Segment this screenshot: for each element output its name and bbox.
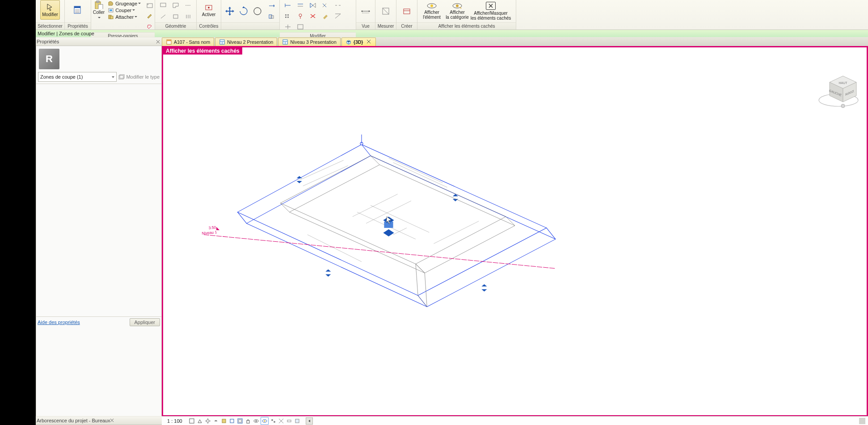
tab-close-icon[interactable] — [367, 39, 372, 45]
transform-icon-1[interactable] — [265, 1, 277, 11]
lock-3d-icon[interactable] — [244, 417, 252, 425]
properties-body: R Zones de coupe (1) Modifier le type Ai… — [36, 46, 162, 416]
group-label-measure: Mesurer — [375, 22, 396, 29]
type-selector[interactable]: Zones de coupe (1) — [38, 72, 117, 82]
svg-rect-36 — [285, 14, 287, 16]
project-browser-close-icon[interactable] — [110, 418, 114, 423]
offset-tool[interactable] — [295, 0, 306, 10]
show-category-button[interactable]: Afficher la catégorie — [444, 1, 470, 21]
ribbon-group-props: Propriétés — [65, 0, 91, 29]
properties-help-link[interactable]: Aide des propriétés — [38, 320, 130, 325]
properties-close-icon[interactable] — [155, 39, 161, 45]
scrollbar-track[interactable] — [859, 418, 865, 424]
activate-button[interactable]: Activer — [199, 0, 219, 20]
mod-icon-11[interactable] — [282, 22, 294, 32]
crop-view-icon[interactable] — [228, 417, 236, 425]
join-button[interactable]: Attacher — [105, 13, 143, 20]
graphic-display-icon[interactable] — [188, 417, 195, 425]
worksharing-icon[interactable] — [270, 417, 277, 425]
geom-icon-6[interactable] — [182, 12, 194, 21]
svg-marker-92 — [290, 165, 515, 273]
edit-type-button[interactable]: Modifier le type — [118, 72, 160, 82]
show-element-button[interactable]: Afficher l'élément — [419, 1, 444, 21]
align-tool[interactable] — [282, 0, 294, 10]
svg-marker-84 — [297, 181, 302, 183]
show-crop-icon[interactable] — [236, 417, 244, 425]
viewcube-top-label: HAUT — [839, 81, 847, 84]
modify-label: Modifier — [42, 11, 58, 17]
mod-icon-9[interactable] — [320, 11, 331, 21]
create-button[interactable] — [400, 4, 413, 18]
mod-icon-12[interactable] — [295, 22, 306, 32]
viewport[interactable]: Afficher les éléments cachés — [162, 46, 868, 417]
view-status-bar: 1 : 100 — [162, 416, 868, 425]
type-preview-icon: R — [46, 53, 53, 65]
view-cube[interactable]: HAUT GAUCHE AVANT — [814, 62, 863, 111]
constraints-icon[interactable] — [286, 417, 293, 425]
array-tool[interactable] — [282, 11, 294, 21]
svg-point-52 — [369, 11, 370, 12]
measure-button[interactable] — [379, 4, 392, 18]
trim-tool[interactable] — [320, 0, 331, 10]
shadows-icon[interactable] — [212, 417, 219, 425]
rotate-tool[interactable] — [237, 4, 250, 18]
temp-hide-icon[interactable] — [253, 417, 260, 425]
view-lines-button[interactable] — [359, 4, 372, 18]
split-tool[interactable] — [332, 0, 344, 10]
svg-point-58 — [430, 4, 433, 7]
cut-button[interactable]: Couper — [105, 7, 143, 13]
view-tab-3d[interactable]: {3D} — [341, 38, 376, 46]
scale-display[interactable]: 1 : 100 — [162, 418, 188, 424]
view-tab-level3[interactable]: Niveau 3 Presentation — [278, 38, 340, 46]
svg-marker-97 — [416, 264, 427, 307]
cube-icon — [346, 39, 352, 45]
geom-icon-2[interactable] — [170, 0, 181, 10]
apply-button[interactable]: Appliquer — [130, 318, 160, 326]
pin-tool[interactable] — [295, 11, 306, 21]
highlight-icon[interactable] — [294, 417, 301, 425]
svg-marker-25 — [274, 4, 274, 7]
toggle-hidden-button[interactable]: Afficher/Masquer les éléments cachés — [470, 1, 511, 21]
svg-marker-88 — [481, 289, 487, 291]
svg-point-134 — [271, 419, 273, 421]
ribbon-group-create: Créer — [396, 0, 417, 29]
group-label-view: Vue — [356, 22, 375, 29]
svg-line-102 — [434, 221, 479, 244]
pan-left-icon[interactable] — [306, 417, 313, 425]
render-icon[interactable] — [220, 417, 228, 425]
demolish-button[interactable] — [144, 22, 156, 32]
visual-style-icon[interactable] — [196, 417, 203, 425]
modify-tool[interactable]: Modifier — [40, 0, 60, 20]
scale-tool[interactable] — [251, 4, 264, 18]
view-tab-level2[interactable]: Niveau 2 Presentation — [215, 38, 277, 46]
paste-button[interactable]: Coller — [93, 0, 105, 20]
project-browser-header: Arborescence du projet - Bureaux — [36, 416, 162, 425]
svg-line-94 — [506, 217, 515, 226]
sun-path-icon[interactable] — [204, 417, 211, 425]
analytical-icon[interactable] — [278, 417, 285, 425]
geom-icon-4[interactable] — [157, 12, 169, 21]
cut-label: Couper — [115, 8, 131, 13]
svg-point-13 — [147, 4, 148, 5]
view-tab-level3-label: Niveau 3 Presentation — [290, 39, 336, 45]
delete-tool[interactable] — [307, 11, 319, 21]
reveal-hidden-icon[interactable] — [261, 417, 269, 425]
match-type-button[interactable] — [144, 0, 156, 10]
view-tab-sheet[interactable]: A107 - Sans nom — [162, 38, 214, 46]
properties-button[interactable] — [68, 0, 88, 20]
group-label-transform — [221, 22, 279, 29]
level-name: Niveau 1 — [202, 230, 217, 236]
geom-icon-3[interactable] — [182, 0, 194, 10]
geom-icon-5[interactable] — [170, 12, 181, 21]
move-tool[interactable] — [223, 4, 236, 18]
svg-rect-37 — [287, 14, 289, 16]
mirror-tool[interactable] — [307, 0, 319, 10]
floorplan-icon — [219, 39, 225, 45]
svg-marker-85 — [453, 194, 458, 196]
paint-button[interactable] — [144, 11, 156, 21]
transform-icon-2[interactable] — [265, 12, 277, 21]
mod-icon-10[interactable] — [332, 11, 344, 21]
sheet-icon — [166, 39, 172, 45]
grugeage-button[interactable]: Grugeage — [105, 0, 143, 7]
geom-icon-1[interactable] — [157, 0, 169, 10]
